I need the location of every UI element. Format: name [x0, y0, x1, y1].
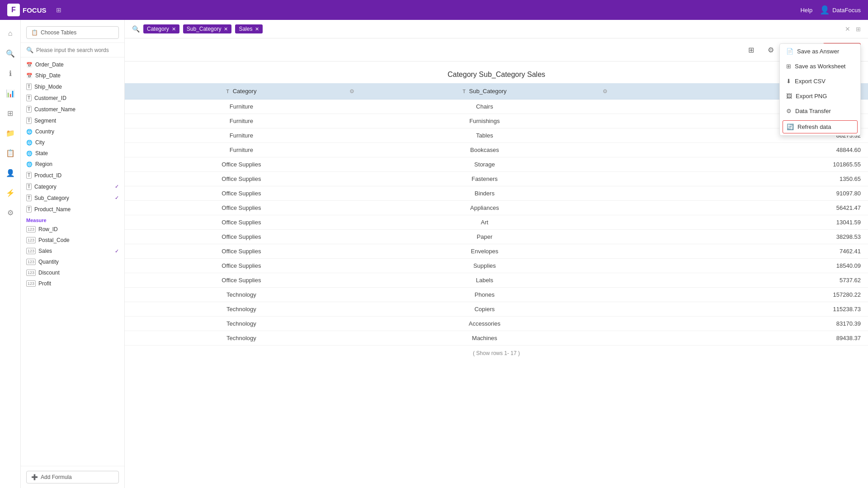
sidebar-item-row-id[interactable]: 123 Row_ID [21, 224, 124, 235]
sidebar-search-icon: 🔍 [26, 47, 33, 53]
tag-label: Sub_Category [187, 26, 222, 32]
choose-tables-button[interactable]: 📋 Choose Tables [26, 26, 119, 39]
col-label: Category [233, 88, 257, 95]
sidebar-item-order-date[interactable]: 📅 Order_Date [21, 59, 124, 70]
table-header-row: T Category ⚙ T Sub_Category ⚙ # Sales SU… [125, 83, 868, 99]
dropdown-item-export-csv[interactable]: ⬇ Export CSV [780, 74, 860, 89]
cell-sub_category: Fasteners [358, 172, 611, 186]
app-logo[interactable]: F FOCUS [7, 4, 47, 16]
dropdown-item-save-answer[interactable]: 📄 Save as Answer [780, 44, 860, 59]
type-text-icon: T [26, 95, 32, 101]
type-text-icon: T [26, 172, 32, 179]
cell-sales: 101865.55 [611, 157, 868, 172]
cell-category: Office Supplies [125, 215, 358, 230]
tag-sales[interactable]: Sales ✕ [235, 24, 263, 33]
tag-sub-category[interactable]: Sub_Category ✕ [183, 24, 232, 33]
sidebar-item-state[interactable]: 🌐 State [21, 148, 124, 159]
sidebar-footer: ➕ Add Formula [21, 466, 124, 488]
sidebar-item-quantity[interactable]: 123 Quantity [21, 256, 124, 267]
config-icon[interactable]: ⚙ [763, 42, 778, 57]
table-row: TechnologyMachines89438.37 [125, 331, 868, 346]
sidebar-item-discount[interactable]: 123 Discount [21, 267, 124, 278]
dropdown-item-label: Export PNG [796, 93, 827, 99]
sidebar-item-country[interactable]: 🌐 Country [21, 126, 124, 137]
sidebar-item-product-id[interactable]: T Product_ID [21, 170, 124, 181]
search-icon[interactable]: 🔍 [2, 45, 19, 62]
cell-sales: 91097.80 [611, 186, 868, 201]
choose-tables-icon: 📋 [31, 29, 38, 36]
home-icon[interactable]: ⌂ [2, 25, 19, 42]
sidebar-item-customer-id[interactable]: T Customer_ID [21, 92, 124, 104]
calendar-icon: 📅 [26, 62, 33, 68]
sidebar-item-profit[interactable]: 123 Profit [21, 278, 124, 289]
sidebar-list: 📅 Order_Date 📅 Ship_Date T Ship_Mode T C… [21, 57, 124, 466]
tag-close-icon[interactable]: ✕ [224, 26, 228, 32]
sidebar-item-customer-name[interactable]: T Customer_Name [21, 104, 124, 115]
dropdown-item-save-worksheet[interactable]: ⊞ Save as Worksheet [780, 59, 860, 74]
logo-icon: F [7, 4, 20, 16]
sidebar-item-label: Quantity [38, 259, 59, 265]
sidebar-item-ship-mode[interactable]: T Ship_Mode [21, 81, 124, 92]
tag-category[interactable]: Category ✕ [143, 24, 179, 33]
calendar-icon: 📅 [26, 73, 33, 79]
tag-close-icon[interactable]: ✕ [172, 26, 176, 32]
sidebar-item-label: City [35, 139, 45, 146]
cell-category: Furniture [125, 114, 358, 128]
type-text-icon: T [26, 183, 32, 190]
sidebar-item-ship-date[interactable]: 📅 Ship_Date [21, 70, 124, 81]
dropdown-item-label: Refresh data [797, 123, 831, 130]
col-settings-icon[interactable]: ⚙ [603, 88, 608, 95]
sidebar-item-sales[interactable]: 123 Sales ✓ [21, 246, 124, 256]
clipboard-icon[interactable]: 📋 [2, 145, 19, 161]
cell-sub_category: Phones [358, 288, 611, 302]
sidebar-item-city[interactable]: 🌐 City [21, 137, 124, 148]
top-navigation: F FOCUS ⊞ Help 👤 DataFocus [0, 0, 868, 20]
type-num-icon: 123 [26, 237, 36, 243]
activity-icon[interactable]: ⚡ [2, 185, 19, 201]
folder-icon[interactable]: 📁 [2, 125, 19, 141]
cell-sub_category: Machines [358, 331, 611, 346]
tag-close-icon[interactable]: ✕ [255, 26, 259, 32]
new-tab-icon[interactable]: ⊞ [51, 2, 66, 18]
type-text-icon: T [26, 117, 32, 124]
dropdown-item-data-transfer[interactable]: ⚙ Data Transfer [780, 104, 860, 118]
settings-icon[interactable]: ⚙ [2, 204, 19, 221]
info-icon[interactable]: ℹ [2, 65, 19, 81]
sidebar-item-category[interactable]: T Category ✓ [21, 181, 124, 192]
type-num-icon: 123 [26, 248, 36, 254]
sidebar-item-sub-category[interactable]: T Sub_Category ✓ [21, 192, 124, 204]
cell-sub_category: Bookcases [358, 143, 611, 157]
col-header-category[interactable]: T Category ⚙ [125, 83, 358, 99]
sidebar-item-product-name[interactable]: T Product_Name [21, 204, 124, 215]
type-num-icon: 123 [26, 226, 36, 232]
sidebar-item-segment[interactable]: T Segment [21, 115, 124, 126]
sidebar-item-postal-code[interactable]: 123 Postal_Code [21, 235, 124, 246]
dropdown-item-export-png[interactable]: 🖼 Export PNG [780, 89, 860, 104]
table-icon[interactable]: ⊞ [2, 105, 19, 121]
col-header-sub-category[interactable]: T Sub_Category ⚙ [358, 83, 611, 99]
table-row: Office SuppliesSupplies18540.09 [125, 259, 868, 273]
sidebar-search-input[interactable] [36, 47, 119, 53]
add-formula-button[interactable]: ➕ Add Formula [26, 471, 119, 483]
user-menu[interactable]: 👤 DataFocus [820, 5, 861, 15]
col-settings-icon[interactable]: ⚙ [349, 88, 354, 95]
cell-sales: 115238.73 [611, 302, 868, 317]
sidebar-item-label: Sub_Category [34, 195, 69, 201]
search-clear-icon[interactable]: ✕ [845, 25, 850, 33]
help-link[interactable]: Help [800, 7, 812, 14]
table-body: FurnitureChairs151982.53FurnitureFurnish… [125, 99, 868, 346]
cell-category: Technology [125, 288, 358, 302]
search-bar: 🔍 Category ✕ Sub_Category ✕ Sales ✕ ✕ ⊞ [125, 20, 868, 38]
user-icon[interactable]: 👤 [2, 165, 19, 181]
search-expand-icon[interactable]: ⊞ [856, 26, 861, 33]
sidebar-item-region[interactable]: 🌐 Region [21, 159, 124, 170]
table-row: FurnitureFurnishings257177.09 [125, 114, 868, 128]
choose-tables-label: Choose Tables [41, 29, 76, 36]
type-num-icon: 123 [26, 270, 36, 276]
type-num-icon: 123 [26, 280, 36, 287]
toolbar: ⊞ ⚙ ▦ ◕ Actions ▾ [125, 38, 868, 62]
visualization-icon[interactable]: ⊞ [743, 42, 759, 57]
chart-icon[interactable]: 📊 [2, 85, 19, 101]
dropdown-item-refresh-data[interactable]: 🔄 Refresh data [783, 120, 858, 133]
search-bar-icon: 🔍 [132, 25, 140, 33]
